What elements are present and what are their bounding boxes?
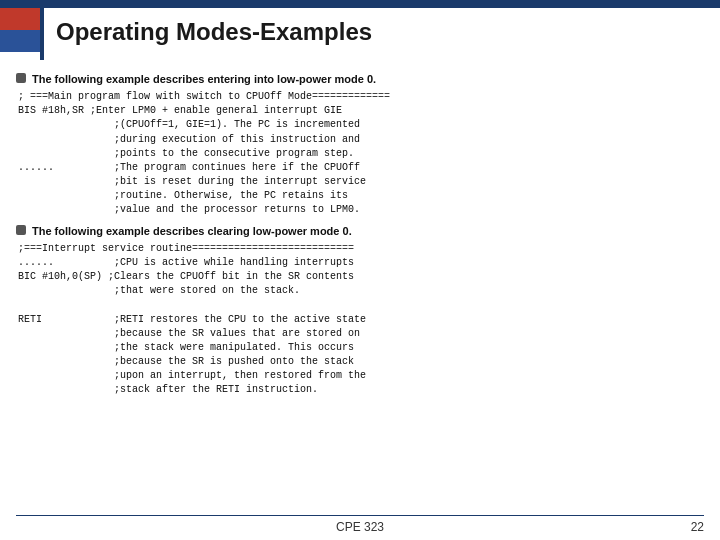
header-bar: [0, 0, 720, 8]
footer-line: [16, 515, 704, 516]
section1: The following example describes entering…: [16, 72, 704, 218]
section2-code: ;===Interrupt service routine===========…: [18, 242, 704, 398]
section1-bullet: The following example describes entering…: [32, 72, 376, 88]
bullet-row-2: The following example describes clearing…: [16, 224, 704, 240]
slide-title: Operating Modes-Examples: [56, 18, 372, 46]
footer-course: CPE 323: [0, 520, 720, 534]
section2-bullet: The following example describes clearing…: [32, 224, 352, 240]
footer-course-label: CPE 323: [336, 520, 384, 534]
bullet-icon-2: [16, 225, 26, 235]
left-border: [40, 8, 44, 60]
section1-code: ; ===Main program flow with switch to CP…: [18, 90, 704, 218]
slide: Operating Modes-Examples The following e…: [0, 0, 720, 540]
red-square: [0, 8, 40, 30]
bullet-icon-1: [16, 73, 26, 83]
slide-content: The following example describes entering…: [16, 72, 704, 510]
accent-squares: [0, 8, 40, 52]
bullet-row-1: The following example describes entering…: [16, 72, 704, 88]
section2: The following example describes clearing…: [16, 224, 704, 398]
footer-page: 22: [691, 520, 704, 534]
blue-square: [0, 30, 40, 52]
